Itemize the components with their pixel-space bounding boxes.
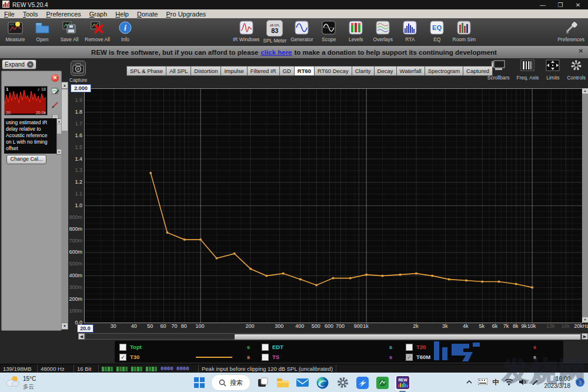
donation-link[interactable]: click here	[260, 49, 292, 56]
touch-keyboard-icon[interactable]	[478, 378, 487, 386]
legend-checkbox-t20[interactable]	[406, 344, 413, 351]
tab-filtered-ir[interactable]: Filtered IR	[247, 66, 279, 76]
measurement-thumbnail[interactable]: 1 ♪ 18 20 20.0k	[4, 86, 48, 115]
edit-graph-icon[interactable]	[52, 86, 59, 97]
preferences-button[interactable]: Preferences	[557, 20, 584, 42]
taskbar-icon-messenger[interactable]	[355, 375, 370, 391]
meter-segment	[102, 367, 104, 371]
start-button[interactable]	[191, 375, 207, 391]
y-tick-label: 600m	[62, 249, 82, 255]
horizontal-scrollbar[interactable]: ◀ ▶	[78, 333, 588, 340]
save-all-button[interactable]: Save All	[58, 20, 81, 42]
clock-widget[interactable]: 16:00 2023/3/18	[544, 376, 571, 390]
rt60-plot[interactable]	[84, 88, 583, 323]
menu-graph[interactable]: Graph	[85, 10, 112, 18]
scroll-down-icon[interactable]: ▼	[57, 150, 61, 154]
taskbar-icon-rew[interactable]: REW	[395, 375, 410, 391]
screwdriver-icon	[563, 20, 579, 35]
pen-icon[interactable]	[532, 378, 539, 387]
remove-all-button[interactable]: Remove All	[85, 20, 110, 42]
menu-file[interactable]: File	[0, 10, 19, 18]
measure-icon	[8, 20, 23, 35]
taskbar-icon-mail[interactable]	[295, 375, 310, 391]
controls-button[interactable]: Controls	[567, 59, 586, 81]
legend-checkbox-edt[interactable]	[262, 344, 269, 351]
scroll-right-icon[interactable]: ▶	[582, 333, 588, 340]
taskbar-icon-edge[interactable]	[315, 375, 330, 391]
measure-button[interactable]: Measure	[4, 20, 27, 42]
hidden-icons-chevron-icon[interactable]	[466, 379, 473, 386]
tab-distortion[interactable]: Distortion	[191, 66, 220, 76]
room-sim-button[interactable]: Room Sim	[452, 20, 476, 44]
tab-decay[interactable]: Decay	[374, 66, 396, 76]
tab-gd[interactable]: GD	[279, 66, 294, 76]
status-message: Peak input before clipping 120 dB SPL (u…	[199, 364, 336, 373]
y-max-field[interactable]: 2.000	[71, 84, 91, 92]
levels-button[interactable]: Levels	[344, 20, 368, 44]
change-cal-button[interactable]: Change Cal...	[6, 155, 46, 164]
freq-axis-button[interactable]: Freq. Axis	[517, 59, 539, 81]
spl-meter-button[interactable]: dB SPL83SPL Meter	[263, 20, 286, 44]
legend-checkbox-t30[interactable]: ✓	[119, 354, 126, 361]
generator-button[interactable]: Generator	[290, 20, 313, 44]
ir-windows-button[interactable]: IR Windows	[233, 20, 259, 44]
scope-button[interactable]: Scope	[317, 20, 340, 44]
tab-rt60[interactable]: RT60	[294, 66, 314, 76]
pencil-icon[interactable]	[52, 100, 59, 111]
hscroll-thumb[interactable]	[235, 334, 580, 340]
notification-badge[interactable]: 3	[576, 378, 584, 387]
tab-spl-phase[interactable]: SPL & Phase	[126, 66, 166, 76]
taskbar-icon-settings[interactable]	[335, 375, 350, 391]
ime-indicator[interactable]: 中	[493, 378, 499, 387]
info-button[interactable]: iInfo	[113, 20, 137, 42]
legend-checkbox-topt[interactable]	[119, 344, 126, 351]
vertical-scrollbar[interactable]: ▲ ▼	[582, 88, 588, 323]
tab-spectrogram[interactable]: Spectrogram	[425, 66, 463, 76]
tab-waterfall[interactable]: Waterfall	[396, 66, 425, 76]
eq-button[interactable]: EQEQ	[425, 20, 449, 44]
notes-scroll-thumb[interactable]	[57, 124, 61, 134]
maximize-icon[interactable]: ❐	[552, 2, 569, 8]
y-tick-label: 1.0	[62, 202, 82, 208]
y-tick-label: 100m	[62, 308, 82, 314]
overlays-button[interactable]: Overlays	[371, 20, 395, 44]
y-tick-label: 300m	[62, 284, 82, 290]
menu-help[interactable]: Help	[111, 10, 133, 18]
wifi-icon[interactable]	[505, 378, 513, 387]
scroll-left-icon[interactable]: ◀	[78, 333, 85, 340]
taskbar-icon-task-view[interactable]	[255, 375, 270, 391]
minimize-icon[interactable]: —	[534, 2, 552, 8]
rta-button[interactable]: RTA	[398, 20, 422, 44]
menu-donate[interactable]: Donate	[133, 10, 162, 18]
taskbar-icon-explorer[interactable]	[275, 375, 290, 391]
x-min-field[interactable]: 20.0	[77, 324, 93, 333]
scroll-up-icon[interactable]: ▲	[57, 119, 61, 124]
hscroll-track[interactable]	[85, 333, 581, 340]
volume-icon[interactable]	[519, 378, 527, 387]
scrollbars-button[interactable]: Scrollbars	[487, 59, 510, 81]
tab-impulse[interactable]: Impulse	[220, 66, 246, 76]
tab-all-spl[interactable]: All SPL	[166, 66, 191, 76]
scroll-up-icon[interactable]: ▲	[61, 82, 68, 89]
menu-pro-upgrades[interactable]: Pro Upgrades	[162, 10, 210, 18]
menu-tools[interactable]: Tools	[19, 10, 42, 18]
scroll-down-icon[interactable]: ▼	[582, 317, 588, 323]
eq-label: EQ	[433, 36, 440, 42]
banner-close-icon[interactable]: ✕	[579, 48, 583, 54]
expand-button[interactable]: Expand »	[2, 59, 36, 69]
legend-checkbox-t60m[interactable]: ✓	[406, 354, 413, 361]
tab-clarity[interactable]: Clarity	[352, 66, 374, 76]
menu-preferences[interactable]: Preferences	[42, 10, 85, 18]
taskbar-icon-green-app[interactable]	[375, 375, 390, 391]
open-icon	[35, 20, 50, 35]
open-button[interactable]: Open	[31, 20, 54, 42]
scroll-up-icon[interactable]: ▲	[582, 88, 588, 94]
search-box[interactable]: 搜索	[211, 374, 250, 391]
legend-checkbox-ts[interactable]	[262, 354, 269, 361]
remove-measurement-icon[interactable]: ✕	[51, 74, 59, 82]
limits-button[interactable]: Limits	[546, 59, 560, 81]
weather-widget[interactable]: 15°C 多云	[5, 374, 36, 391]
capture-button[interactable]: Capture	[69, 61, 87, 83]
tab-rt60-decay[interactable]: RT60 Decay	[314, 66, 352, 76]
close-icon[interactable]: ✕	[569, 2, 587, 8]
